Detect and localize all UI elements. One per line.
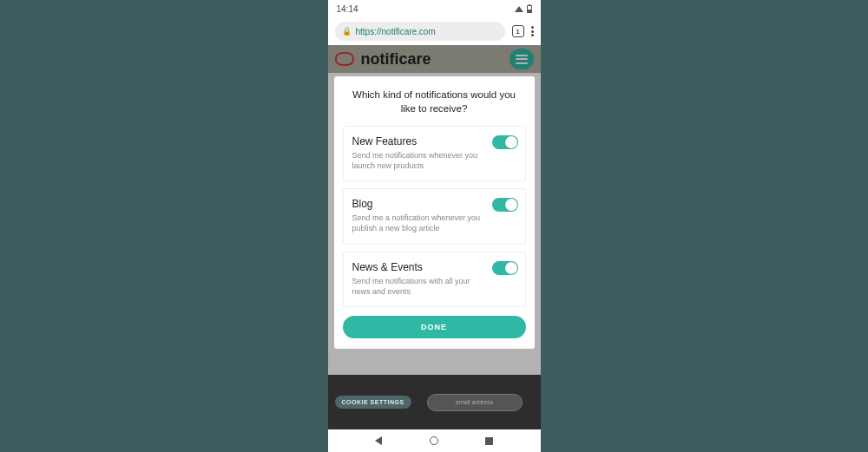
wifi-icon (515, 6, 523, 12)
brand-logo-icon (335, 52, 354, 66)
status-time: 14:14 (337, 4, 358, 14)
done-button[interactable]: DONE (343, 316, 526, 338)
lock-icon: 🔒 (342, 27, 352, 36)
cookie-settings-button[interactable]: COOKIE SETTINGS (335, 396, 411, 409)
toggle-new-features[interactable] (492, 135, 518, 149)
nav-home-icon[interactable] (430, 436, 438, 445)
phone-frame: 14:14 🔒 https://notificare.com 1 notific… (328, 0, 541, 452)
tab-count-button[interactable]: 1 (512, 25, 524, 37)
pref-news-events: News & Events Send me notifications with… (343, 252, 526, 307)
toggle-news-events[interactable] (492, 261, 518, 275)
email-input[interactable]: email address (427, 394, 523, 411)
nav-back-icon[interactable] (375, 436, 382, 445)
page-header: notificare (328, 45, 541, 73)
brand-name: notificare (361, 50, 431, 69)
status-bar: 14:14 (328, 0, 541, 17)
browser-url-bar: 🔒 https://notificare.com 1 (328, 17, 541, 45)
pref-desc: Send me a notification whenever you publ… (352, 213, 516, 233)
page-footer: COOKIE SETTINGS email address (328, 375, 541, 429)
nav-recent-icon[interactable] (485, 437, 493, 445)
more-icon[interactable] (531, 26, 534, 36)
pref-desc: Send me notifications with all your news… (352, 276, 516, 297)
url-field[interactable]: 🔒 https://notificare.com (335, 22, 505, 41)
toggle-blog[interactable] (492, 198, 518, 212)
modal-title: Which kind of notifications would you li… (343, 88, 526, 126)
battery-icon (527, 5, 532, 13)
pref-new-features: New Features Send me notifications whene… (343, 126, 526, 181)
url-text: https://notificare.com (356, 27, 436, 36)
pref-blog: Blog Send me a notification whenever you… (343, 188, 526, 244)
android-nav-bar (328, 429, 541, 452)
hamburger-menu-button[interactable] (510, 49, 534, 69)
notification-preferences-modal: Which kind of notifications would you li… (334, 76, 535, 349)
pref-desc: Send me notifications whenever you launc… (352, 150, 516, 171)
